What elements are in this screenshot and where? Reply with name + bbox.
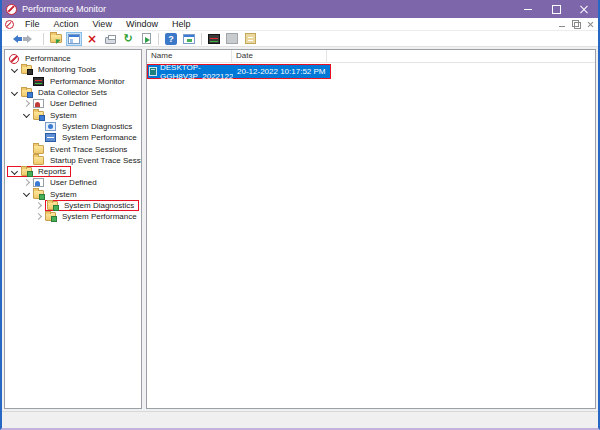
title-bar: Performance Monitor — [2, 0, 598, 18]
column-header-name[interactable]: Name — [147, 50, 232, 62]
menu-action[interactable]: Action — [47, 18, 86, 31]
folder-up-button[interactable] — [48, 32, 64, 46]
tree-item-label: System Diagnostics — [60, 122, 134, 131]
report-list-row[interactable]: DESKTOP-GGH8V3P_20221220-... 20-12-2022 … — [148, 65, 330, 78]
action-pane-toggle-button[interactable] — [181, 32, 197, 46]
tree-item-system-performance-reports[interactable]: System Performance — [5, 211, 141, 222]
tree-item-reports[interactable]: Reports — [5, 166, 141, 177]
mdi-restore-button[interactable] — [570, 19, 582, 29]
toolbar-separator — [43, 33, 44, 45]
export-list-icon — [142, 33, 151, 44]
list-header: Name Date — [147, 50, 595, 63]
tree-item-system-dcs[interactable]: System — [5, 109, 141, 120]
properties-button[interactable] — [102, 32, 118, 46]
view-report-icon — [245, 33, 256, 44]
chevron-down-icon[interactable] — [21, 189, 33, 200]
report-name-text: DESKTOP-GGH8V3P_20221220-... — [160, 63, 233, 81]
tree-item-label: Startup Event Trace Sessions — [48, 156, 142, 165]
performance-monitor-window: Performance Monitor File Action View Win… — [0, 0, 600, 430]
mdi-minimize-button[interactable] — [556, 19, 568, 29]
main-content: Performance Monitoring Tools Performance… — [2, 47, 598, 411]
menu-help[interactable]: Help — [165, 18, 198, 31]
folder-green-icon — [47, 201, 58, 210]
menu-view[interactable]: View — [86, 18, 119, 31]
chevron-right-icon[interactable] — [33, 211, 45, 222]
view-histogram-icon — [226, 33, 238, 44]
report-name-cell: DESKTOP-GGH8V3P_20221220-... — [148, 63, 233, 81]
properties-icon — [105, 37, 116, 44]
chevron-right-icon[interactable] — [21, 177, 33, 188]
refresh-button[interactable]: ↻ — [120, 32, 136, 46]
folder-system-icon — [33, 111, 44, 120]
help-button[interactable]: ? — [163, 32, 179, 46]
chevron-down-icon[interactable] — [9, 87, 21, 98]
view-graph-button[interactable] — [206, 32, 222, 46]
tree-item-data-collector-sets[interactable]: Data Collector Sets — [5, 87, 141, 98]
tree-item-user-defined-reports[interactable]: User Defined — [5, 177, 141, 188]
annotation-box-report-row: DESKTOP-GGH8V3P_20221220-... 20-12-2022 … — [147, 64, 331, 79]
folder-chart-icon — [21, 65, 32, 74]
status-bar — [2, 411, 598, 428]
report-file-icon — [149, 67, 157, 76]
chevron-right-icon[interactable] — [33, 200, 45, 211]
tree-item-label: System Diagnostics — [62, 201, 136, 210]
chevron-down-icon[interactable] — [21, 110, 33, 121]
minimize-button[interactable] — [514, 0, 542, 18]
tree-item-performance[interactable]: Performance — [5, 53, 141, 64]
tree-item-system-diagnostics-dcs[interactable]: System Diagnostics — [5, 121, 141, 132]
column-header-date[interactable]: Date — [232, 50, 327, 62]
green-badge-icon — [51, 216, 57, 222]
tree-item-user-defined-dcs[interactable]: User Defined — [5, 98, 141, 109]
console-tree-toggle-button[interactable] — [66, 32, 82, 46]
tree-item-system-reports[interactable]: System — [5, 189, 141, 200]
tree-item-label: System — [48, 190, 79, 199]
chart-dark-icon — [33, 77, 44, 86]
tree-item-event-trace-sessions[interactable]: Event Trace Sessions — [5, 143, 141, 154]
tree-item-system-diagnostics-reports[interactable]: System Diagnostics — [5, 200, 141, 211]
view-report-button[interactable] — [242, 32, 258, 46]
perfmon-logo-icon — [9, 54, 19, 64]
tree-item-startup-event-trace-sessions[interactable]: Startup Event Trace Sessions — [5, 155, 141, 166]
folder-icon — [33, 145, 44, 154]
console-tree-icon — [68, 34, 80, 44]
delete-button[interactable]: × — [84, 32, 100, 46]
maximize-button[interactable] — [542, 0, 570, 18]
toolbar-separator — [158, 33, 159, 45]
perfmon-app-icon — [6, 4, 17, 15]
user-defined-icon — [33, 99, 44, 108]
green-badge-icon — [39, 194, 45, 200]
menu-window[interactable]: Window — [119, 18, 165, 31]
green-badge-icon — [53, 205, 59, 211]
chevron-right-icon[interactable] — [21, 98, 33, 109]
tree-item-label: Data Collector Sets — [36, 88, 109, 97]
system-diagnostics-icon — [45, 122, 56, 131]
close-button[interactable] — [570, 0, 598, 18]
action-pane-icon — [183, 34, 195, 44]
folder-green-icon — [21, 167, 32, 176]
tree-item-performance-monitor[interactable]: Performance Monitor — [5, 76, 141, 87]
folder-green-icon — [45, 212, 56, 221]
chevron-down-icon[interactable] — [9, 166, 21, 177]
toolbar: × ↻ ? — [2, 31, 598, 47]
menu-bar: File Action View Window Help — [2, 18, 598, 31]
green-badge-icon — [27, 171, 33, 177]
back-button[interactable] — [5, 32, 21, 46]
folder-system-green-icon — [33, 190, 44, 199]
tree-item-system-performance-dcs[interactable]: System Performance — [5, 132, 141, 143]
annotation-box-reports: Reports — [7, 166, 71, 177]
tree-item-monitoring-tools[interactable]: Monitoring Tools — [5, 64, 141, 75]
annotation-box-system-diagnostics: System Diagnostics — [45, 200, 139, 211]
tree-item-label: Event Trace Sessions — [48, 145, 129, 154]
mdi-close-button[interactable] — [584, 19, 596, 29]
system-performance-icon — [45, 133, 56, 142]
view-graph-icon — [208, 34, 220, 44]
forward-button[interactable] — [23, 32, 39, 46]
console-tree-pane: Performance Monitoring Tools Performance… — [4, 49, 142, 409]
help-icon: ? — [165, 33, 177, 45]
chevron-down-icon[interactable] — [9, 64, 21, 75]
menu-file[interactable]: File — [18, 18, 47, 31]
tree-item-label: Reports — [36, 167, 68, 176]
tree-item-label: User Defined — [48, 99, 99, 108]
view-histogram-button[interactable] — [224, 32, 240, 46]
export-list-button[interactable] — [138, 32, 154, 46]
